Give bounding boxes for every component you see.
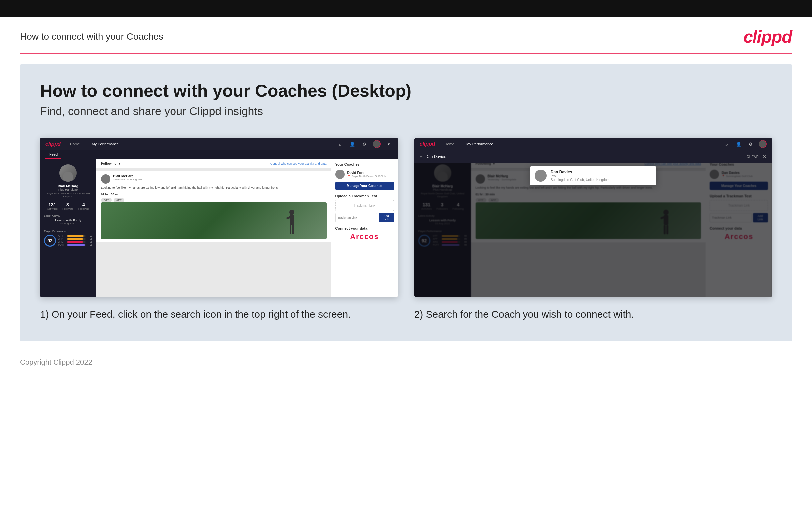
app-nav-2: clippd Home My Performance ⌕ 👤 ⚙: [415, 138, 772, 151]
total-score-circle: 92: [44, 235, 56, 247]
page-title: How to connect with your Coaches: [20, 31, 163, 42]
control-link[interactable]: Control who can see your activity and da…: [270, 162, 327, 165]
nav-link-home-2[interactable]: Home: [442, 141, 457, 147]
svg-rect-3: [289, 225, 291, 234]
following-label: Following: [78, 207, 89, 210]
app-nav-logo: clippd: [45, 141, 61, 147]
stat-activities: 131 Activities: [47, 202, 57, 210]
activities-value: 131: [48, 202, 56, 207]
latest-activity-item: Lesson with Fordy: [55, 219, 82, 222]
search-icon[interactable]: ⌕: [337, 140, 344, 148]
search-input[interactable]: [426, 154, 743, 159]
latest-activity-label: Latest Activity: [44, 214, 92, 217]
feed-post-tags: OTT APP: [101, 198, 327, 202]
svg-rect-4: [292, 225, 294, 234]
coach-club: 📍 Royal North Devon Golf Club: [347, 175, 386, 178]
app-body-1: Blair McHarg Plus Handicap Royal North D…: [40, 159, 398, 297]
search-dropdown: Dan Davies Pro Sunningdale Golf Club, Un…: [530, 166, 657, 185]
close-button[interactable]: ✕: [762, 154, 767, 160]
feed-post-duration: 01 hr : 30 min: [101, 193, 327, 196]
bar-ott-label: OTT: [58, 235, 66, 237]
chevron-down-icon[interactable]: ▾: [385, 140, 392, 148]
followers-value: 3: [66, 202, 69, 207]
trackman-input-row: Add Link: [335, 213, 394, 222]
nav-link-home[interactable]: Home: [67, 141, 83, 147]
step2-screenshot: clippd Home My Performance ⌕ 👤 ⚙ Feed: [415, 138, 772, 297]
search-icon-2[interactable]: ⌕: [723, 140, 730, 148]
feed-post-meta: Yesterday · Sunningdale: [113, 178, 142, 181]
latest-activity-date: 03 Aug 2022: [61, 222, 76, 225]
clear-button[interactable]: CLEAR: [747, 155, 759, 159]
bar-ott-fill: [67, 235, 84, 237]
app-right-panel-1: Your Coaches David Ford 📍 Royal North De…: [331, 159, 398, 297]
golfer-silhouette: [284, 209, 300, 239]
sidebar-club: Royal North Devon Golf Club, United King…: [44, 192, 92, 198]
feed-tab[interactable]: Feed: [45, 151, 61, 159]
connect-title: Connect your data: [335, 226, 394, 230]
profile-icon[interactable]: 👤: [349, 140, 356, 148]
clippd-logo: clippd: [743, 27, 792, 47]
settings-icon[interactable]: ⚙: [361, 140, 368, 148]
coach-club-name: Royal North Devon Golf Club: [352, 175, 386, 178]
step2-block: clippd Home My Performance ⌕ 👤 ⚙ Feed: [415, 138, 772, 322]
bar-ott-value: 90: [87, 235, 92, 237]
app-sidebar-1: Blair McHarg Plus Handicap Royal North D…: [40, 159, 96, 297]
coach-info: David Ford 📍 Royal North Devon Golf Club: [347, 171, 386, 178]
search-result-name: Dan Davies: [551, 170, 610, 174]
bar-putt-value: 96: [87, 244, 92, 246]
activities-label: Activities: [47, 207, 57, 210]
search-result-info: Dan Davies Pro Sunningdale Golf Club, Un…: [551, 170, 610, 182]
nav-link-my-perf-2[interactable]: My Performance: [464, 141, 496, 147]
trackman-placeholder: Trackman Link: [335, 200, 394, 211]
main-heading: How to connect with your Coaches (Deskto…: [40, 81, 772, 101]
trackman-input[interactable]: [335, 213, 377, 222]
chevron-icon: ▾: [118, 162, 120, 165]
arccos-logo: Arccos: [335, 232, 394, 241]
connect-section: Connect your data Arccos: [335, 226, 394, 241]
add-link-button[interactable]: Add Link: [379, 213, 394, 222]
bar-putt-track: [67, 244, 86, 246]
coaches-title: Your Coaches: [335, 162, 394, 166]
bar-app-label: APP: [58, 238, 66, 240]
player-perf-score-row: 92 OTT 90: [44, 235, 92, 247]
location-icon: 📍: [347, 175, 351, 178]
user-avatar[interactable]: [373, 140, 381, 148]
footer: Copyright Clippd 2022: [0, 351, 812, 373]
bar-ott-track: [67, 235, 86, 237]
header-divider: [20, 53, 792, 54]
step1-screenshot: clippd Home My Performance ⌕ 👤 ⚙ ▾: [40, 138, 398, 297]
search-result-club: Sunningdale Golf Club, United Kingdom: [551, 178, 610, 182]
step1-caption: 1) On your Feed, click on the search ico…: [40, 307, 398, 322]
search-bar-overlay: ⌕ CLEAR ✕: [415, 151, 772, 163]
bar-app-value: 85: [87, 238, 92, 240]
upload-title: Upload a Trackman Test: [335, 194, 394, 198]
search-icon-overlay: ⌕: [420, 154, 423, 159]
bar-ott: OTT 90: [58, 235, 92, 237]
following-value: 4: [83, 202, 85, 207]
feed-following: Following ▾: [101, 162, 120, 165]
manage-coaches-button[interactable]: Manage Your Coaches: [335, 182, 394, 190]
coach-item: David Ford 📍 Royal North Devon Golf Club: [335, 170, 394, 179]
app-nav-icons: ⌕ 👤 ⚙ ▾: [337, 140, 392, 148]
bar-putt: PUTT 96: [58, 244, 92, 246]
sidebar-name: Blair McHarg: [58, 184, 79, 188]
feed-post-header: Blair McHarg Yesterday · Sunningdale: [101, 174, 327, 184]
bar-arg-label: ARG: [58, 241, 66, 243]
search-dropdown-wrapper: Dan Davies Pro Sunningdale Golf Club, Un…: [415, 163, 772, 188]
profile-icon-2[interactable]: 👤: [735, 140, 742, 148]
app-mockup-2: clippd Home My Performance ⌕ 👤 ⚙ Feed: [415, 138, 772, 297]
copyright-text: Copyright Clippd 2022: [20, 358, 92, 366]
user-avatar-2[interactable]: [759, 140, 767, 148]
header: How to connect with your Coaches clippd: [0, 17, 812, 53]
svg-point-0: [289, 210, 294, 215]
following-label: Following: [101, 162, 117, 165]
nav-link-my-performance[interactable]: My Performance: [89, 141, 121, 147]
step2-caption: 2) Search for the Coach you wish to conn…: [415, 307, 772, 322]
settings-icon-2[interactable]: ⚙: [747, 140, 754, 148]
bar-app-track: [67, 238, 86, 240]
coach-name: David Ford: [347, 171, 386, 175]
feed-tab-bar: Feed: [40, 151, 398, 159]
search-result-item[interactable]: Dan Davies Pro Sunningdale Golf Club, Un…: [530, 166, 657, 185]
feed-post: Blair McHarg Yesterday · Sunningdale Loo…: [96, 171, 331, 242]
bar-app: APP 85: [58, 238, 92, 240]
